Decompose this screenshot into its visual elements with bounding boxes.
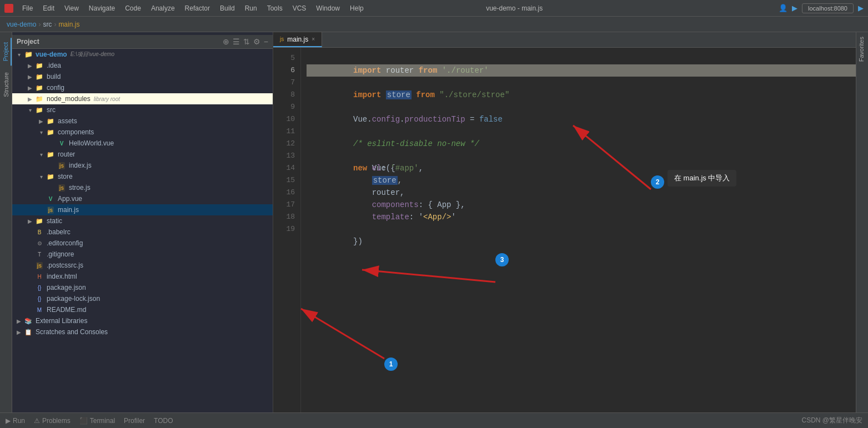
- bottom-tab-todo[interactable]: TODO: [154, 417, 173, 425]
- list-item[interactable]: ▶ {} package.json: [12, 282, 273, 293]
- menu-analyze[interactable]: Analyze: [147, 3, 179, 13]
- code-line-9: Vue.config.productionTip = false: [307, 101, 856, 113]
- list-item[interactable]: ▾ 📁 src: [12, 104, 273, 115]
- list-item[interactable]: ▶ H index.html: [12, 271, 273, 282]
- right-side-panel: Favorites: [856, 32, 868, 412]
- run-icon: ▶: [6, 417, 11, 425]
- bottom-tab-run[interactable]: ▶ Run: [6, 417, 25, 425]
- code-line-8: [307, 89, 856, 101]
- list-item[interactable]: ▶ js main.js: [12, 204, 273, 215]
- watermark: CSDN @繁星伴晚安: [801, 416, 862, 425]
- code-line-15: router,: [307, 174, 856, 187]
- breadcrumb-sep2: ›: [54, 21, 56, 28]
- play-icon[interactable]: ▶: [792, 4, 797, 12]
- list-item[interactable]: ▶ 📁 config: [12, 82, 273, 93]
- list-item[interactable]: ▶ ⚙ .editorconfig: [12, 238, 273, 249]
- list-item[interactable]: ▶ 📁 node_modules library root: [12, 93, 273, 104]
- code-line-5: import router from './router': [307, 52, 856, 64]
- sidebar-item-structure[interactable]: Structure: [1, 68, 11, 102]
- list-item[interactable]: ▶ js stroe.js: [12, 182, 273, 193]
- menu-run[interactable]: Run: [240, 3, 262, 13]
- list-item[interactable]: ▶ V HelloWorld.vue: [12, 138, 273, 149]
- menu-navigate[interactable]: Navigate: [84, 3, 119, 13]
- list-item[interactable]: ▶ 📚 External Libraries: [12, 315, 273, 326]
- sidebar-item-project[interactable]: Project: [1, 38, 12, 66]
- menu-view[interactable]: View: [60, 3, 83, 13]
- menu-window[interactable]: Window: [312, 3, 344, 13]
- menu-refactor[interactable]: Refactor: [180, 3, 214, 13]
- list-item[interactable]: ▶ 📁 assets: [12, 115, 273, 127]
- list-item[interactable]: ▾ 📁 store: [12, 171, 273, 182]
- panel-actions: ⊕ ☰ ⇅ ⚙ −: [223, 37, 268, 46]
- code-line-13: el: '#app',: [307, 150, 856, 162]
- breadcrumb-src[interactable]: src: [43, 21, 52, 28]
- tab-file-icon: js: [280, 36, 284, 42]
- panel-title: Project: [17, 38, 39, 46]
- bottom-tab-profiler[interactable]: Profiler: [124, 417, 145, 425]
- list-item[interactable]: ▶ 📁 static: [12, 215, 273, 226]
- run-button[interactable]: ▶: [858, 4, 864, 12]
- bottom-tab-terminal[interactable]: ⬛ Terminal: [79, 417, 115, 425]
- tab-label: main.js: [287, 36, 308, 43]
- app-icon: [4, 4, 13, 13]
- title-bar: File Edit View Navigate Code Analyze Ref…: [0, 0, 868, 17]
- menu-build[interactable]: Build: [215, 3, 239, 13]
- list-item[interactable]: ▶ js .postcssrc.js: [12, 260, 273, 271]
- breadcrumb-root[interactable]: vue-demo: [7, 21, 36, 28]
- code-line-12: ▾ new Vue({: [307, 138, 856, 150]
- tree-item[interactable]: ▾ 📁 vue-demo E:\项目\vue-demo: [12, 49, 273, 60]
- filter-icon[interactable]: ⇅: [243, 37, 250, 46]
- panel-header: Project ⊕ ☰ ⇅ ⚙ −: [12, 35, 273, 49]
- code-line-6: ▶ import store from "./store/stroe": [307, 64, 856, 77]
- settings-icon[interactable]: ⚙: [253, 37, 260, 46]
- list-item[interactable]: ▾ 📁 components: [12, 127, 273, 138]
- menu-file[interactable]: File: [18, 3, 37, 13]
- editor-tabs: js main.js ×: [273, 32, 856, 48]
- list-item[interactable]: ▶ 📋 Scratches and Consoles: [12, 326, 273, 338]
- expand-icon[interactable]: ☰: [233, 37, 240, 46]
- annotation-circle-1: 1: [384, 357, 398, 371]
- list-item[interactable]: ▶ js index.js: [12, 160, 273, 171]
- file-tree-panel: Project ⊕ ☰ ⇅ ⚙ − ▾ 📁 vue-demo E:\项目\vue…: [12, 32, 273, 412]
- list-item[interactable]: ▾ 📁 router: [12, 149, 273, 160]
- menu-code[interactable]: Code: [121, 3, 145, 13]
- toolbar-right: 👤 ▶ localhost:8080 ▶: [779, 3, 864, 13]
- annotation-circle-2: 2: [651, 175, 664, 189]
- left-side-tabs: Project Structure: [0, 32, 12, 412]
- list-item[interactable]: ▶ T .gitignore: [12, 249, 273, 260]
- menu-vcs[interactable]: VCS: [288, 3, 311, 13]
- list-item[interactable]: ▶ B .babelrc: [12, 226, 273, 238]
- list-item[interactable]: ▶ 📁 build: [12, 71, 273, 82]
- list-item[interactable]: ▶ M README.md: [12, 304, 273, 315]
- bottom-tab-problems[interactable]: ⚠ Problems: [34, 417, 71, 425]
- code-line-19: [307, 223, 856, 235]
- code-line-16: components: { App },: [307, 187, 856, 199]
- menu-bar: File Edit View Navigate Code Analyze Ref…: [18, 3, 368, 13]
- code-line-7: [307, 77, 856, 89]
- problems-icon: ⚠: [34, 417, 40, 425]
- code-editor[interactable]: 5 6 7 8 9 10 11 12 13 14 15 16 17 18 19: [273, 48, 856, 412]
- window-title: vue-demo - main.js: [486, 4, 543, 12]
- menu-help[interactable]: Help: [345, 3, 368, 13]
- close-panel-icon[interactable]: −: [264, 37, 268, 46]
- bottom-bar: ▶ Run ⚠ Problems ⬛ Terminal Profiler TOD…: [0, 412, 868, 428]
- line-numbers: 5 6 7 8 9 10 11 12 13 14 15 16 17 18 19: [273, 48, 301, 412]
- editor-container: js main.js × 5 6 7 8 9 10 11 12 13 14 15…: [273, 32, 856, 412]
- annotation-tooltip-2: 在 main.js 中导入: [668, 170, 736, 187]
- breadcrumb-file[interactable]: main.js: [58, 21, 79, 28]
- code-line-17: template: '<App/>': [307, 199, 856, 211]
- tab-close-icon[interactable]: ×: [312, 36, 315, 42]
- tab-main-js[interactable]: js main.js ×: [273, 32, 322, 47]
- code-content[interactable]: import router from './router' ▶ import s…: [301, 48, 856, 412]
- sidebar-item-favorites[interactable]: Favorites: [856, 32, 866, 66]
- list-item[interactable]: ▶ 📁 .idea: [12, 60, 273, 71]
- collapse-all-icon[interactable]: ⊕: [223, 37, 229, 46]
- menu-tools[interactable]: Tools: [263, 3, 287, 13]
- localhost-badge[interactable]: localhost:8080: [802, 3, 854, 13]
- list-item[interactable]: ▶ {} package-lock.json: [12, 293, 273, 304]
- code-line-11: /* eslint-disable no-new */: [307, 125, 856, 138]
- menu-edit[interactable]: Edit: [38, 3, 59, 13]
- user-icon[interactable]: 👤: [779, 4, 787, 12]
- list-item[interactable]: ▶ V App.vue: [12, 193, 273, 204]
- breadcrumb: vue-demo › src › main.js: [0, 17, 868, 32]
